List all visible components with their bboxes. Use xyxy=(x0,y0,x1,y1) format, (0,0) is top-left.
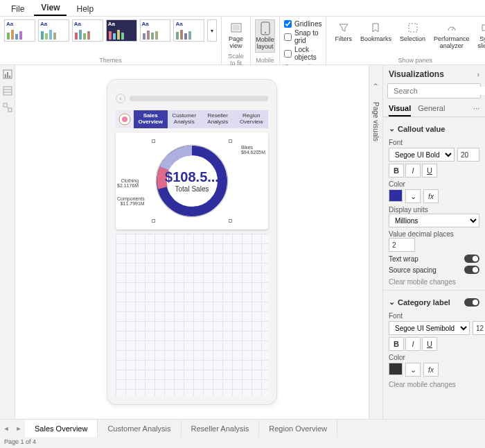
search-box[interactable] xyxy=(387,83,481,98)
mobile-icon xyxy=(258,21,272,35)
theme-thumb[interactable]: Aa xyxy=(140,19,171,42)
menu-bar: File View Help xyxy=(0,0,485,17)
svg-rect-6 xyxy=(482,25,485,31)
theme-thumb[interactable]: Aa xyxy=(4,19,35,42)
bookmarks-pane-button[interactable]: Bookmarks xyxy=(356,19,396,51)
svg-rect-15 xyxy=(3,103,7,107)
theme-thumb[interactable]: Aa xyxy=(173,19,204,42)
resize-handle[interactable] xyxy=(229,139,232,143)
section-category[interactable]: ⌄Category label xyxy=(389,298,450,307)
callout-label: Total Sales xyxy=(165,185,219,193)
resize-handle[interactable] xyxy=(229,219,232,223)
selection-pane-button[interactable]: Selection xyxy=(396,19,430,51)
category-toggle[interactable] xyxy=(464,298,479,307)
font-select[interactable]: Segoe UI Bold xyxy=(389,148,455,162)
svg-rect-9 xyxy=(5,74,6,78)
snap-check[interactable]: Snap to grid xyxy=(284,28,321,45)
chevron-left-icon[interactable]: ‹ xyxy=(372,69,380,85)
gridlines-check[interactable]: Gridlines xyxy=(284,19,321,28)
lock-check[interactable]: Lock objects xyxy=(284,45,321,62)
themes-dropdown[interactable]: ▾ xyxy=(207,19,217,42)
color-dropdown[interactable]: ⌄ xyxy=(405,189,421,203)
page-tabs: ◄ ► Sales Overview Customer Analysis Res… xyxy=(0,419,485,437)
canvas[interactable]: ‹ Sales Overview Customer Analysis Resel… xyxy=(15,65,369,419)
clear-mobile-link[interactable]: Clear mobile changes xyxy=(389,278,479,286)
font-size-input[interactable]: 20 xyxy=(457,148,479,162)
clear-mobile-link-2[interactable]: Clear mobile changes xyxy=(389,381,479,388)
italic-button[interactable]: I xyxy=(405,164,421,178)
filters-pane-button[interactable]: Filters xyxy=(330,19,356,51)
donut-visual[interactable]: $108.5... Total Sales Bikes $94.6205M Cl… xyxy=(116,132,268,230)
units-label: Display units xyxy=(389,206,479,214)
font-size-input-2[interactable]: 12 xyxy=(473,321,485,335)
bold-button-2[interactable]: B xyxy=(389,337,404,351)
phone-tab-reseller[interactable]: Reseller Analysis xyxy=(201,110,235,128)
menu-help[interactable]: Help xyxy=(69,1,100,16)
chevron-down-icon: ⌄ xyxy=(389,124,395,133)
phone-tab-region[interactable]: Region Overview xyxy=(235,110,269,128)
theme-thumb[interactable]: Aa xyxy=(72,19,103,42)
color-dropdown-2[interactable]: ⌄ xyxy=(405,363,421,377)
chevron-right-icon[interactable]: › xyxy=(477,71,479,78)
report-view-icon[interactable] xyxy=(3,69,12,79)
more-icon[interactable]: ··· xyxy=(473,101,479,117)
phone-tab-sales[interactable]: Sales Overview xyxy=(134,110,168,128)
tab-general[interactable]: General xyxy=(418,101,445,117)
spacing-toggle[interactable] xyxy=(464,266,479,274)
color-swatch[interactable] xyxy=(389,189,403,202)
underline-button-2[interactable]: U xyxy=(422,337,437,351)
theme-thumb[interactable]: Aa xyxy=(106,19,137,42)
back-icon[interactable]: ‹ xyxy=(116,94,125,103)
ribbon: Aa Aa Aa Aa Aa Aa ▾ Themes Page view Sca… xyxy=(0,17,485,65)
mobile-group-label: Mobile xyxy=(255,55,275,64)
color-label: Color xyxy=(389,180,479,188)
resize-handle[interactable] xyxy=(152,219,155,223)
svg-rect-12 xyxy=(3,87,12,95)
font-label-2: Font xyxy=(389,312,479,320)
italic-button-2[interactable]: I xyxy=(405,337,421,351)
theme-thumb[interactable]: Aa xyxy=(38,19,69,42)
color-swatch-2[interactable] xyxy=(389,363,403,375)
resize-handle[interactable] xyxy=(152,139,155,143)
fx-button-2[interactable]: fx xyxy=(423,363,439,377)
page-tab-customer[interactable]: Customer Analysis xyxy=(98,420,181,437)
phone-tab-customer[interactable]: Customer Analysis xyxy=(168,110,202,128)
section-callout[interactable]: ⌄Callout value xyxy=(389,121,479,136)
scale-group-label: Scale to fit xyxy=(226,51,246,67)
chevron-down-icon: ⌄ xyxy=(389,298,395,307)
sync-slicers-button[interactable]: Sync slicers xyxy=(474,19,485,51)
page-visuals-collapsed[interactable]: ‹ Page visuals xyxy=(369,65,382,419)
decimals-input[interactable]: 2 xyxy=(389,238,415,252)
svg-line-17 xyxy=(7,107,8,108)
underline-button[interactable]: U xyxy=(422,164,437,178)
menu-file[interactable]: File xyxy=(4,1,31,16)
fx-button[interactable]: fx xyxy=(423,189,439,203)
display-units-select[interactable]: Millions xyxy=(389,214,479,227)
svg-point-3 xyxy=(265,32,266,33)
page-view-button[interactable]: Page view xyxy=(226,19,246,51)
label-clothing: Clothing $2.1176M xyxy=(117,178,139,189)
tab-visual[interactable]: Visual xyxy=(389,101,411,117)
svg-rect-1 xyxy=(233,25,240,31)
bold-button[interactable]: B xyxy=(389,164,404,178)
title-placeholder xyxy=(130,96,268,101)
label-components: Components $11.7991M xyxy=(117,196,145,207)
perf-analyzer-button[interactable]: Performance analyzer xyxy=(430,19,474,51)
showpanes-group-label: Show panes xyxy=(330,55,485,64)
page-tab-sales[interactable]: Sales Overview xyxy=(25,420,98,437)
svg-rect-11 xyxy=(9,76,10,78)
mobile-grid[interactable] xyxy=(116,234,268,396)
tab-next[interactable]: ► xyxy=(12,420,25,437)
page-view-icon xyxy=(229,21,243,35)
model-view-icon[interactable] xyxy=(3,103,12,112)
textwrap-toggle[interactable] xyxy=(464,255,479,263)
font-select-2[interactable]: Segoe UI Semibold xyxy=(389,321,470,335)
page-tab-reseller[interactable]: Reseller Analysis xyxy=(182,420,260,437)
menu-view[interactable]: View xyxy=(34,0,67,16)
search-input[interactable] xyxy=(394,87,485,95)
workspace: ‹ Sales Overview Customer Analysis Resel… xyxy=(0,65,485,419)
tab-prev[interactable]: ◄ xyxy=(0,420,12,437)
mobile-layout-button[interactable]: Mobile layout xyxy=(255,19,275,53)
data-view-icon[interactable] xyxy=(3,86,12,96)
page-tab-region[interactable]: Region Overview xyxy=(259,420,337,437)
